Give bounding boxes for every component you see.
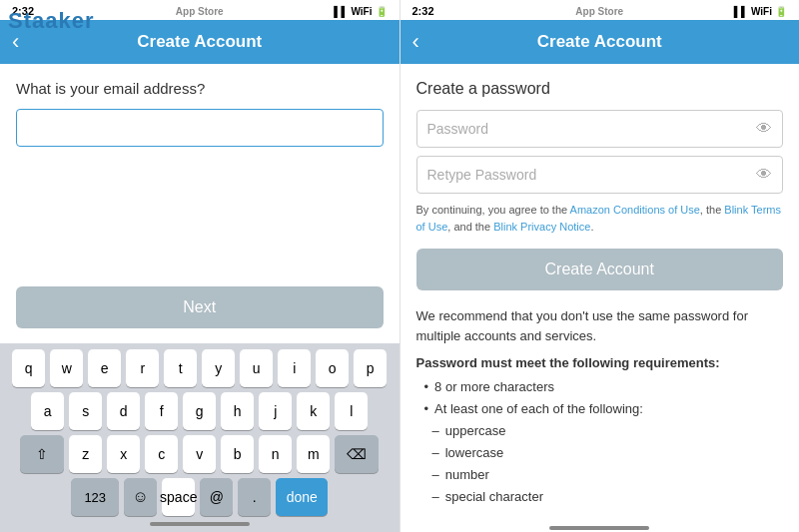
space-key[interactable]: space — [162, 478, 195, 516]
key-c[interactable]: c — [145, 435, 178, 473]
key-p[interactable]: p — [354, 349, 387, 387]
keyboard-row-3: ⇧ z x c v b n m ⌫ — [4, 435, 396, 473]
key-z[interactable]: z — [69, 435, 102, 473]
phones-container: 2:32 App Store ▌▌ WiFi 🔋 ‹ Create Accoun… — [0, 0, 799, 532]
recommend-text: We recommend that you don't use the same… — [416, 306, 784, 345]
retype-placeholder: Retype Password — [427, 167, 537, 183]
create-account-button[interactable]: Create Account — [416, 249, 784, 290]
sub-req-lowercase: lowercase — [432, 442, 784, 464]
sub-req-uppercase: uppercase — [432, 420, 784, 442]
left-carrier: App Store — [176, 6, 224, 17]
key-f[interactable]: f — [145, 392, 178, 430]
watermark: Staaker — [8, 8, 95, 34]
key-i[interactable]: i — [278, 349, 311, 387]
password-placeholder: Password — [427, 121, 488, 137]
keyboard-row-1: q w e r t y u i o p — [4, 349, 396, 387]
wifi-icon: WiFi — [351, 6, 372, 17]
amazon-conditions-link[interactable]: Amazon Conditions of Use — [570, 204, 700, 216]
key-o[interactable]: o — [316, 349, 349, 387]
key-e[interactable]: e — [88, 349, 121, 387]
signal-icon: ▌▌ — [334, 6, 348, 17]
home-indicator — [4, 518, 396, 528]
key-h[interactable]: h — [221, 392, 254, 430]
right-status-bar: 2:32 App Store ▌▌ WiFi 🔋 — [400, 0, 800, 20]
right-nav-title: Create Account — [537, 32, 662, 52]
key-u[interactable]: u — [240, 349, 273, 387]
next-button[interactable]: Next — [16, 286, 384, 328]
req-item-1: 8 or more characters — [424, 376, 784, 398]
right-nav-header: ‹ Create Account — [400, 20, 800, 64]
right-content: Create a password Password 👁 Retype Pass… — [400, 64, 800, 532]
email-input-wrapper[interactable] — [16, 109, 384, 147]
right-phone-panel: 2:32 App Store ▌▌ WiFi 🔋 ‹ Create Accoun… — [400, 0, 800, 532]
left-status-icons: ▌▌ WiFi 🔋 — [334, 6, 387, 17]
sub-req-number: number — [432, 464, 784, 486]
req-item-2: At least one of each of the following: — [424, 398, 784, 420]
key-q[interactable]: q — [12, 349, 45, 387]
keyboard-bottom-row: 123 ☺ space @ . done — [4, 478, 396, 516]
email-input[interactable] — [27, 119, 373, 135]
right-battery-icon: 🔋 — [775, 6, 787, 17]
key-b[interactable]: b — [221, 435, 254, 473]
period-key[interactable]: . — [238, 478, 271, 516]
email-label: What is your email address? — [16, 80, 384, 97]
terms-period: . — [590, 221, 593, 233]
key-y[interactable]: y — [202, 349, 235, 387]
key-n[interactable]: n — [259, 435, 292, 473]
numbers-key[interactable]: 123 — [71, 478, 119, 516]
home-bar — [150, 522, 250, 526]
retype-eye-icon[interactable]: 👁 — [756, 166, 772, 184]
key-w[interactable]: w — [50, 349, 83, 387]
emoji-key[interactable]: ☺ — [124, 478, 157, 516]
right-carrier: App Store — [575, 6, 623, 17]
right-back-button[interactable]: ‹ — [412, 31, 419, 53]
keyboard-row-2: a s d f g h j k l — [4, 392, 396, 430]
password-input-wrapper[interactable]: Password 👁 — [416, 110, 784, 148]
key-m[interactable]: m — [297, 435, 330, 473]
shift-key[interactable]: ⇧ — [20, 435, 64, 473]
requirements-title: Password must meet the following require… — [416, 355, 784, 370]
battery-icon: 🔋 — [376, 6, 388, 17]
right-time: 2:32 — [412, 5, 434, 17]
right-home-bar — [549, 526, 649, 530]
key-l[interactable]: l — [335, 392, 368, 430]
key-k[interactable]: k — [297, 392, 330, 430]
delete-key[interactable]: ⌫ — [335, 435, 379, 473]
key-j[interactable]: j — [259, 392, 292, 430]
right-home-indicator — [400, 522, 800, 532]
sub-requirements-list: uppercase lowercase number special chara… — [416, 420, 784, 508]
at-key[interactable]: @ — [200, 478, 233, 516]
key-a[interactable]: a — [31, 392, 64, 430]
password-label: Create a password — [416, 80, 784, 98]
left-back-button[interactable]: ‹ — [12, 31, 19, 53]
terms-text: By continuing, you agree to the Amazon C… — [416, 202, 784, 235]
key-t[interactable]: t — [164, 349, 197, 387]
done-key[interactable]: done — [276, 478, 328, 516]
blink-privacy-link[interactable]: Blink Privacy Notice — [493, 221, 590, 233]
terms-prefix: By continuing, you agree to the — [416, 204, 570, 216]
key-v[interactable]: v — [183, 435, 216, 473]
right-wifi-icon: WiFi — [751, 6, 772, 17]
retype-password-wrapper[interactable]: Retype Password 👁 — [416, 156, 784, 194]
right-signal-icon: ▌▌ — [734, 6, 748, 17]
left-phone-panel: 2:32 App Store ▌▌ WiFi 🔋 ‹ Create Accoun… — [0, 0, 400, 532]
left-nav-title: Create Account — [137, 32, 262, 52]
right-status-icons: ▌▌ WiFi 🔋 — [734, 6, 787, 17]
terms-and: , and the — [447, 221, 493, 233]
key-d[interactable]: d — [107, 392, 140, 430]
key-x[interactable]: x — [107, 435, 140, 473]
sub-req-special: special character — [432, 486, 784, 508]
password-eye-icon[interactable]: 👁 — [756, 120, 772, 138]
key-g[interactable]: g — [183, 392, 216, 430]
keyboard: q w e r t y u i o p a s d f g h j k l — [0, 343, 400, 532]
key-s[interactable]: s — [69, 392, 102, 430]
key-r[interactable]: r — [126, 349, 159, 387]
terms-comma: , the — [700, 204, 724, 216]
requirements-list: 8 or more characters At least one of eac… — [416, 376, 784, 420]
